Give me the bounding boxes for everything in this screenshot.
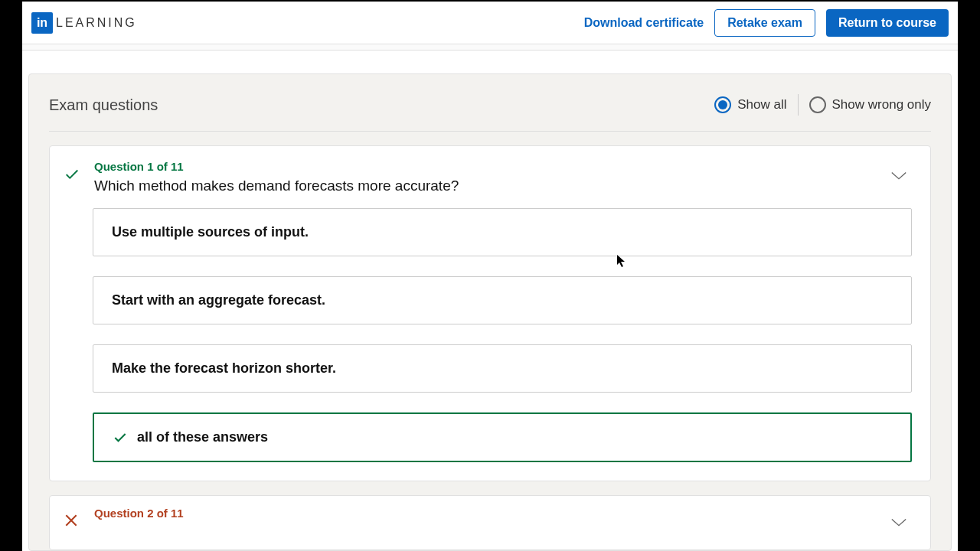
brand-word: LEARNING xyxy=(56,16,137,30)
filter-label: Show wrong only xyxy=(832,97,931,112)
question-prompt: Which method makes demand forecasts more… xyxy=(94,178,912,194)
filter-show-wrong[interactable]: Show wrong only xyxy=(809,96,931,113)
brand-logo: in LEARNING xyxy=(31,12,137,34)
sub-divider xyxy=(22,44,958,51)
answer-option[interactable]: Make the forecast horizon shorter. xyxy=(93,344,912,393)
chevron-down-icon[interactable] xyxy=(890,171,907,184)
linkedin-icon: in xyxy=(31,12,53,34)
answer-option[interactable]: Start with an aggregate forecast. xyxy=(93,276,912,324)
filter-show-all[interactable]: Show all xyxy=(714,96,786,113)
question-card: Question 2 of 11 xyxy=(49,495,931,550)
top-bar: in LEARNING Download certificate Retake … xyxy=(22,2,958,44)
answer-list: Use multiple sources of input. Start wit… xyxy=(93,208,912,462)
chevron-down-icon[interactable] xyxy=(890,517,907,531)
question-header[interactable]: Question 2 of 11 xyxy=(64,507,912,531)
question-number: Question 2 of 11 xyxy=(94,507,912,520)
question-header[interactable]: Question 1 of 11 Which method makes dema… xyxy=(64,160,912,194)
filter-group: Show all Show wrong only xyxy=(714,94,931,116)
return-to-course-button[interactable]: Return to course xyxy=(826,9,949,37)
question-card: Question 1 of 11 Which method makes dema… xyxy=(49,145,931,481)
header-actions: Download certificate Retake exam Return … xyxy=(584,9,949,37)
check-icon xyxy=(64,166,83,186)
download-certificate-link[interactable]: Download certificate xyxy=(584,16,704,30)
vertical-divider xyxy=(798,94,799,116)
question-number: Question 1 of 11 xyxy=(94,160,912,173)
panel-title: Exam questions xyxy=(49,96,158,114)
filter-label: Show all xyxy=(737,97,786,112)
x-icon xyxy=(64,513,83,531)
answer-option-correct[interactable]: all of these answers xyxy=(93,412,912,462)
answer-option[interactable]: Use multiple sources of input. xyxy=(93,208,912,256)
radio-selected-icon xyxy=(714,96,731,113)
radio-unselected-icon xyxy=(809,96,826,113)
check-icon xyxy=(113,430,128,445)
retake-exam-button[interactable]: Retake exam xyxy=(714,9,815,37)
exam-panel: Exam questions Show all Show wrong only xyxy=(28,73,952,551)
